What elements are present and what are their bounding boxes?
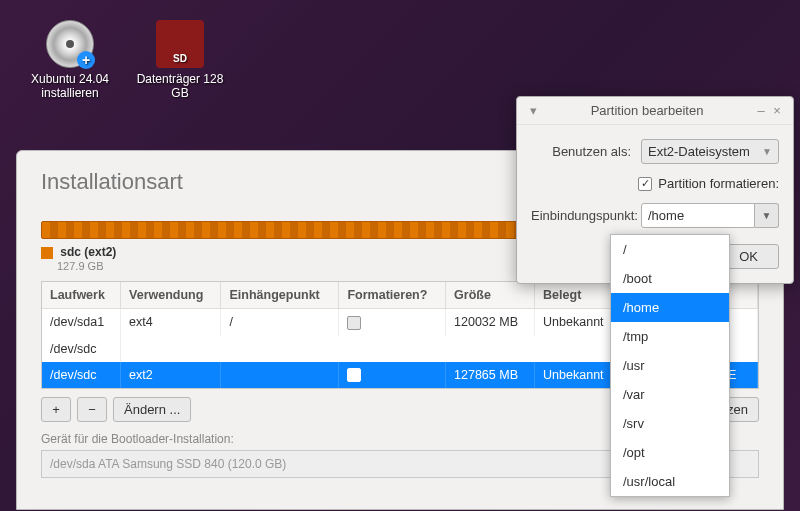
dialog-titlebar[interactable]: ▾ Partition bearbeiten – × xyxy=(517,97,793,125)
col-drive[interactable]: Laufwerk xyxy=(42,282,121,309)
cell-format[interactable] xyxy=(339,309,446,336)
use-as-value: Ext2-Dateisystem xyxy=(648,144,750,159)
caret-down-icon: ▼ xyxy=(762,146,772,157)
legend-size: 127.9 GB xyxy=(57,260,103,272)
change-partition-button[interactable]: Ändern ... xyxy=(113,397,191,422)
cell-usage: ext2 xyxy=(121,362,221,389)
format-row: Partition formatieren: xyxy=(531,176,779,191)
mount-dropdown-button[interactable]: ▼ xyxy=(755,203,779,228)
format-label: Partition formatieren: xyxy=(658,176,779,191)
dropdown-item[interactable]: /var xyxy=(611,380,729,409)
cell-mount: / xyxy=(221,309,339,336)
sd-card-icon xyxy=(156,20,204,68)
use-as-combo[interactable]: Ext2-Dateisystem ▼ xyxy=(641,139,779,164)
desktop-icon-label: Datenträger 128 GB xyxy=(130,72,230,100)
use-as-label: Benutzen als: xyxy=(531,144,641,159)
dropdown-item[interactable]: /usr/local xyxy=(611,467,729,496)
cell-drive: /dev/sda1 xyxy=(42,309,121,336)
mount-label: Einbindungspunkt: xyxy=(531,208,641,223)
desktop-icon-install[interactable]: + Xubuntu 24.04 installieren xyxy=(20,20,120,100)
minimize-icon[interactable]: – xyxy=(753,103,769,118)
dropdown-item[interactable]: /tmp xyxy=(611,322,729,351)
bootloader-value: /dev/sda ATA Samsung SSD 840 (120.0 GB) xyxy=(50,457,286,471)
mount-combo[interactable]: /home ▼ xyxy=(641,203,779,228)
checkbox-icon[interactable] xyxy=(347,316,361,330)
dropdown-item[interactable]: /opt xyxy=(611,438,729,467)
col-usage[interactable]: Verwendung xyxy=(121,282,221,309)
cell-used: Unbekannt xyxy=(535,309,620,336)
cell-usage: ext4 xyxy=(121,309,221,336)
legend-name: sdc (ext2) xyxy=(60,245,116,259)
col-size[interactable]: Größe xyxy=(446,282,535,309)
desktop-icon-disk[interactable]: Datenträger 128 GB xyxy=(130,20,230,100)
dropdown-item[interactable]: /boot xyxy=(611,264,729,293)
cd-icon: + xyxy=(46,20,94,68)
cell-mount xyxy=(221,362,339,389)
use-as-row: Benutzen als: Ext2-Dateisystem ▼ xyxy=(531,139,779,164)
cell-drive: /dev/sdc xyxy=(42,336,121,362)
cell-format[interactable] xyxy=(339,362,446,389)
col-format[interactable]: Formatieren? xyxy=(339,282,446,309)
remove-partition-button[interactable]: − xyxy=(77,397,107,422)
desktop-icon-label: Xubuntu 24.04 installieren xyxy=(20,72,120,100)
col-used[interactable]: Belegt xyxy=(535,282,620,309)
chevron-down-icon[interactable]: ▾ xyxy=(525,103,541,118)
checkbox-icon[interactable] xyxy=(347,368,361,382)
col-mount[interactable]: Einhängepunkt xyxy=(221,282,339,309)
cell-size: 127865 MB xyxy=(446,362,535,389)
dropdown-item[interactable]: /srv xyxy=(611,409,729,438)
mount-input[interactable]: /home xyxy=(641,203,755,228)
dropdown-item[interactable]: /usr xyxy=(611,351,729,380)
dropdown-item[interactable]: / xyxy=(611,235,729,264)
dropdown-item-selected[interactable]: /home xyxy=(611,293,729,322)
legend-swatch xyxy=(41,247,53,259)
plus-badge-icon: + xyxy=(77,51,95,69)
dialog-title: Partition bearbeiten xyxy=(541,103,753,118)
format-checkbox[interactable] xyxy=(638,177,652,191)
close-icon[interactable]: × xyxy=(769,103,785,118)
add-partition-button[interactable]: + xyxy=(41,397,71,422)
mount-row: Einbindungspunkt: /home ▼ xyxy=(531,203,779,228)
mount-dropdown-list[interactable]: / /boot /home /tmp /usr /var /srv /opt /… xyxy=(610,234,730,497)
cell-used: Unbekannt xyxy=(535,362,620,389)
cell-drive: /dev/sdc xyxy=(42,362,121,389)
cell-size: 120032 MB xyxy=(446,309,535,336)
